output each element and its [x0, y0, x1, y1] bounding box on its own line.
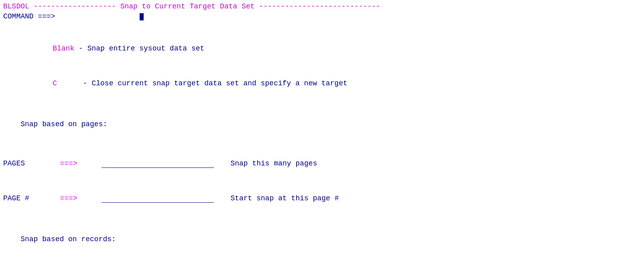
command-label: COMMAND ===> — [3, 12, 59, 22]
pages-field-line: PAGES ===> Snap this many pages — [3, 147, 641, 181]
option-c-desc: Close current snap target data set and s… — [91, 79, 347, 87]
command-line: COMMAND ===> — [3, 12, 641, 22]
header-dashes-right: ---------------------------- — [259, 2, 380, 12]
header-dashes-left: ------------------- — [29, 2, 116, 12]
option-blank-key: Blank — [53, 44, 74, 52]
pages-section: Snap based on pages: PAGES ===> Snap thi… — [3, 107, 641, 216]
header-line: BLSDOL ------------------- Snap to Curre… — [3, 2, 641, 12]
option-blank-sep: - — [74, 44, 87, 52]
option-blank-desc: Snap entire sysout data set — [87, 44, 205, 52]
option-c-key: C — [53, 79, 57, 87]
page-num-arrow: ===> — [51, 193, 75, 204]
header-title: Snap to Current Target Data Set — [116, 2, 259, 12]
option-blank-line: Blank - Snap entire sysout data set — [3, 31, 641, 66]
pages-label: PAGES — [3, 158, 51, 169]
records-section-header: Snap based on records: — [3, 222, 641, 256]
records-section: Snap based on records: RECORDS ===> Snap… — [3, 222, 641, 260]
options-section: Blank - Snap entire sysout data set C - … — [3, 31, 641, 101]
cursor-indicator — [140, 13, 144, 20]
page-num-field-line: PAGE # ===> Start snap at this page # — [3, 181, 641, 216]
pages-desc: Snap this many pages — [196, 158, 317, 169]
page-num-input-area — [75, 181, 196, 216]
pages-section-header: Snap based on pages: — [3, 107, 641, 141]
app-name: BLSDOL — [3, 2, 29, 12]
page-num-label: PAGE # — [3, 193, 51, 204]
option-c-sep: - — [57, 79, 91, 87]
pages-input-area — [75, 147, 196, 181]
pages-arrow: ===> — [51, 158, 75, 169]
page-num-desc: Start snap at this page # — [196, 193, 339, 204]
command-input[interactable] — [59, 13, 140, 21]
option-c-line: C - Close current snap target data set a… — [3, 66, 641, 101]
